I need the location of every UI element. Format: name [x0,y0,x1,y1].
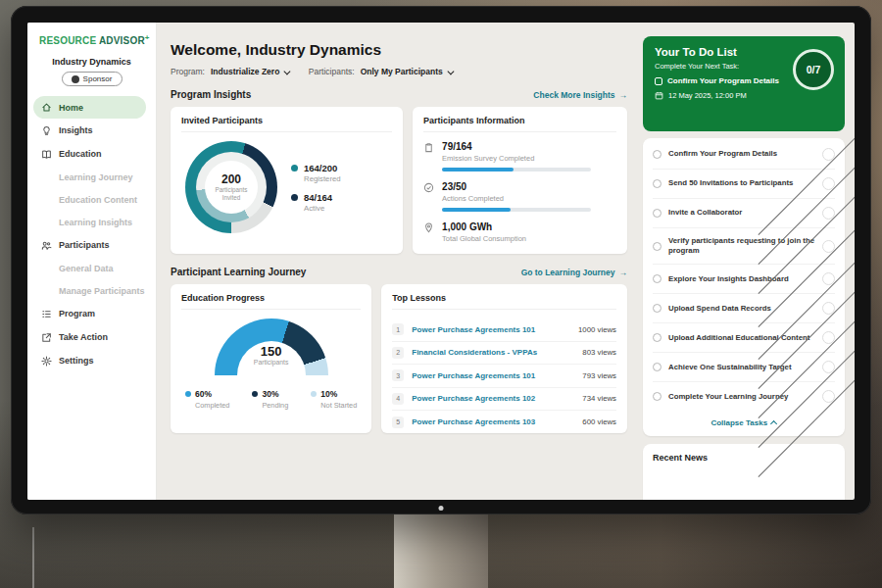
donut-legend: 164/200 Registered 84/164 Active [291,154,341,221]
task-list-card: Confirm Your Program Details Send 50 Inv… [643,138,845,436]
lesson-row[interactable]: 5 Power Purchase Agreements 103 600 view… [392,411,616,434]
sidebar-item-learning-journey[interactable]: Learning Journey [27,166,156,188]
home-icon [41,102,52,113]
donut-center-value: 200 [221,172,241,186]
chevron-right-icon[interactable] [822,177,835,190]
task-checkbox[interactable] [653,333,662,342]
sidebar-item-insights[interactable]: Insights [27,119,156,142]
check-more-insights-link[interactable]: Check More Insights → [533,90,627,100]
participants-info-card: Participants Information 79/164 Emission… [413,107,627,254]
lesson-views: 793 views [582,371,616,380]
task-checkbox[interactable] [653,179,662,188]
chevron-right-icon[interactable] [822,272,835,285]
insights-icon [41,125,52,136]
legend-dot-pale [311,391,317,397]
sidebar-item-education[interactable]: Education [27,142,156,166]
logo-plus: + [145,33,150,42]
legend-pending: 30% Pending [252,389,288,410]
task-checkbox[interactable] [653,363,662,371]
go-to-learning-journey-link[interactable]: Go to Learning Journey → [521,268,627,277]
task-checkbox[interactable] [653,242,662,251]
todo-due-date: 12 May 2025, 12:00 PM [655,91,833,100]
checkbox-icon[interactable] [655,77,662,85]
gauge-center-value: 150 [215,344,328,359]
legend-registered: 164/200 Registered [291,163,341,183]
background-detail [32,527,34,588]
sidebar-item-education-content[interactable]: Education Content [27,188,156,211]
task-checkbox[interactable] [653,274,662,283]
gauge-legend: 60% Completed 30% Pending 10% Not Starte… [181,375,361,410]
location-pin-icon [423,222,434,233]
gear-icon [41,356,52,367]
chevron-right-icon[interactable] [822,207,835,220]
task-checkbox[interactable] [653,150,662,159]
chevron-right-icon[interactable] [822,148,835,161]
monitor-stand [394,513,488,588]
info-card-title: Participants Information [423,116,616,132]
lesson-row[interactable]: 1 Power Purchase Agreements 101 1000 vie… [392,318,616,342]
chevron-down-icon [284,68,290,74]
stat-actions: 23/50 Actions Completed [423,181,616,212]
lesson-row[interactable]: 3 Power Purchase Agreements 101 793 view… [392,365,616,388]
sidebar-item-general-data[interactable]: General Data [27,257,156,279]
chevron-right-icon[interactable] [822,361,835,373]
legend-completed: 60% Completed [185,389,229,410]
lesson-rank: 4 [392,393,404,405]
sidebar-item-participants[interactable]: Participants [27,233,156,257]
chevron-right-icon[interactable] [822,331,835,344]
lesson-views: 1000 views [578,325,616,334]
sponsor-label: Sponsor [83,74,113,83]
sidebar-item-learning-insights[interactable]: Learning Insights [27,211,156,233]
chevron-right-icon[interactable] [822,240,835,253]
lesson-views: 600 views [582,417,616,426]
legend-not-started: 10% Not Started [311,389,357,410]
app-logo: RESOURCE ADVISOR+ [27,33,156,46]
lesson-link[interactable]: Power Purchase Agreements 102 [412,394,574,403]
lesson-rank: 1 [392,323,404,335]
sidebar: RESOURCE ADVISOR+ Industry Dynamics Spon… [27,23,157,500]
legend-dot-navy [291,194,298,201]
sponsor-icon [72,75,79,83]
sidebar-item-take-action[interactable]: Take Action [27,325,156,349]
chevron-right-icon[interactable] [822,390,835,403]
program-insights-title: Program Insights [171,89,251,100]
sidebar-item-settings[interactable]: Settings [27,349,156,372]
sidebar-item-home[interactable]: Home [33,96,146,119]
top-lessons-title: Top Lessons [392,293,616,310]
lesson-rank: 2 [392,347,404,359]
task-row-confirm-program[interactable]: Confirm Your Program Details [653,140,835,170]
legend-dot-blue [185,391,191,397]
participants-filter-label: Participants: [309,67,355,76]
lesson-views: 803 views [582,348,616,357]
program-select[interactable]: Industrialize Zero [211,67,289,76]
main-content: Welcome, Industry Dynamics Program: Indu… [157,23,641,500]
lesson-link[interactable]: Financial Considerations - VPPAs [412,348,574,357]
filter-bar: Program: Industrialize Zero Participants… [171,67,627,76]
lesson-link[interactable]: Power Purchase Agreements 101 [412,371,574,380]
task-checkbox[interactable] [653,392,662,401]
legend-active: 84/164 Active [291,192,341,213]
logo-advisor: ADVISOR [99,35,145,46]
sponsor-badge[interactable]: Sponsor [62,72,122,86]
lesson-link[interactable]: Power Purchase Agreements 103 [412,417,574,426]
lesson-rank: 5 [392,416,404,428]
gauge-center-label: Participants [215,359,328,366]
book-icon [41,149,52,160]
stat-consumption: 1,000 GWh Total Global Consumption [423,221,616,243]
participants-select[interactable]: Only My Participants [361,67,453,76]
lesson-link[interactable]: Power Purchase Agreements 101 [412,325,570,334]
emission-progress-bar [442,168,591,172]
education-gauge-chart: 150 Participants [215,318,328,375]
task-checkbox[interactable] [653,209,662,218]
check-circle-icon [423,182,434,193]
sidebar-item-manage-participants[interactable]: Manage Participants [27,279,156,302]
lesson-row[interactable]: 4 Power Purchase Agreements 102 734 view… [392,388,616,412]
lesson-rank: 3 [392,369,404,381]
task-checkbox[interactable] [653,304,662,313]
lesson-row[interactable]: 2 Financial Considerations - VPPAs 803 v… [392,342,616,366]
chevron-right-icon[interactable] [822,302,835,315]
learning-journey-title: Participant Learning Journey [171,267,306,277]
todo-progress-ring: 0/7 [793,49,834,90]
sidebar-item-program[interactable]: Program [27,302,156,325]
dashboard-screen: RESOURCE ADVISOR+ Industry Dynamics Spon… [27,23,855,500]
